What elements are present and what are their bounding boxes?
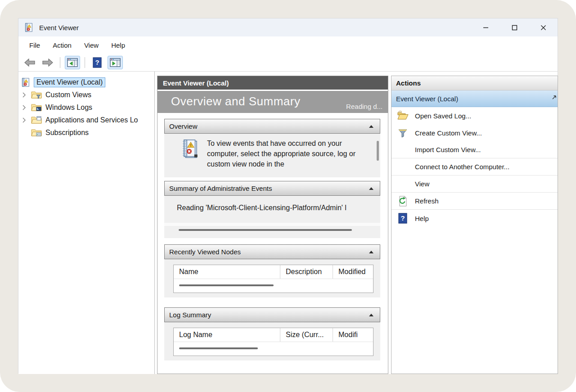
collapse-icon xyxy=(369,187,374,190)
tree-item-label: Windows Logs xyxy=(45,104,92,112)
column-header-description[interactable]: Description xyxy=(280,265,333,279)
collapse-button[interactable] xyxy=(367,122,375,131)
tree-item-windows-logs[interactable]: Windows Logs xyxy=(18,101,154,114)
folder-subscriptions-icon xyxy=(31,128,42,138)
action-create-custom-view[interactable]: Create Custom View... xyxy=(392,124,558,141)
collapse-button[interactable] xyxy=(367,311,375,319)
menu-bar: File Action View Help xyxy=(18,36,558,54)
action-help[interactable]: ? Help xyxy=(392,210,558,227)
results-pane-title: Event Viewer (Local) xyxy=(158,76,388,90)
chevron-right-icon[interactable] xyxy=(22,117,28,123)
chevron-right-icon[interactable] xyxy=(22,104,28,111)
show-console-tree-button[interactable] xyxy=(65,56,80,69)
main-content: Event Viewer (Local) Custom Views xyxy=(18,72,558,374)
collapse-group-icon[interactable] xyxy=(552,95,557,100)
back-button[interactable] xyxy=(22,56,37,69)
column-header-log-name[interactable]: Log Name xyxy=(174,328,280,342)
actions-pane: Actions Event Viewer (Local) xyxy=(391,76,558,374)
help-button[interactable]: ? xyxy=(90,56,105,69)
section-title: Log Summary xyxy=(169,311,211,319)
collapse-button[interactable] xyxy=(367,185,375,193)
console-tree-pane: Event Viewer (Local) Custom Views xyxy=(18,72,155,374)
log-summary-table: Log Name Size (Curr... Modifi xyxy=(173,328,374,356)
recent-nodes-section-body: Name Description Modified xyxy=(164,259,380,297)
section-header-recent-nodes[interactable]: Recently Viewed Nodes xyxy=(164,244,380,259)
collapse-icon xyxy=(369,125,374,128)
collapse-button[interactable] xyxy=(367,248,375,256)
filter-icon xyxy=(397,127,409,138)
column-header-name[interactable]: Name xyxy=(174,265,280,279)
action-label: Import Custom View... xyxy=(415,146,481,153)
column-header-size[interactable]: Size (Curr... xyxy=(280,328,333,342)
chevron-right-icon[interactable] xyxy=(22,92,28,98)
overview-banner: Overview and Summary Reading d... xyxy=(158,91,388,113)
menu-action[interactable]: Action xyxy=(46,39,78,52)
forward-icon xyxy=(42,59,53,67)
section-title: Overview xyxy=(169,122,198,130)
help-icon: ? xyxy=(93,57,102,68)
overview-text: To view events that have occurred on you… xyxy=(207,138,356,177)
table-header-row: Name Description Modified xyxy=(174,265,373,279)
actions-pane-title: Actions xyxy=(392,76,558,90)
event-viewer-window: Event Viewer File Action View Help xyxy=(18,18,558,374)
menu-file[interactable]: File xyxy=(23,39,46,52)
action-connect-another-computer[interactable]: Connect to Another Computer... xyxy=(392,158,558,176)
summary-loading-text: Reading 'Microsoft-Client-Licensing-Plat… xyxy=(177,204,346,212)
section-header-log-summary[interactable]: Log Summary xyxy=(164,307,380,322)
section-header-overview[interactable]: Overview xyxy=(164,119,380,134)
action-label: Create Custom View... xyxy=(415,129,482,137)
minimize-button[interactable] xyxy=(471,18,500,36)
no-icon xyxy=(397,179,409,189)
maximize-button[interactable] xyxy=(500,18,529,36)
actions-group-event-viewer-local[interactable]: Event Viewer (Local) xyxy=(392,90,558,107)
folder-filter-icon xyxy=(31,90,42,100)
column-header-modified[interactable]: Modifi xyxy=(333,328,373,342)
event-viewer-icon xyxy=(20,77,31,87)
action-refresh[interactable]: Refresh xyxy=(392,193,558,210)
menu-help[interactable]: Help xyxy=(105,39,131,52)
show-action-pane-button[interactable] xyxy=(108,56,123,69)
table-header-row: Log Name Size (Curr... Modifi xyxy=(174,328,373,342)
section-gap xyxy=(164,297,380,307)
action-import-custom-view[interactable]: Import Custom View... xyxy=(392,141,558,158)
toolbar-separator xyxy=(85,57,85,68)
scrollbar-thumb[interactable] xyxy=(377,141,379,161)
section-title: Recently Viewed Nodes xyxy=(169,248,241,256)
forward-button[interactable] xyxy=(40,56,55,69)
actions-group-label: Event Viewer (Local) xyxy=(396,95,458,103)
progress-bar xyxy=(179,229,352,231)
table-body xyxy=(174,279,373,293)
collapse-icon xyxy=(369,251,374,253)
tree-item-subscriptions[interactable]: Subscriptions xyxy=(18,126,154,139)
tree-item-applications-services-logs[interactable]: Applications and Services Lo xyxy=(18,114,154,126)
no-icon xyxy=(397,162,409,172)
action-open-saved-log[interactable]: Open Saved Log... xyxy=(392,107,558,124)
table-body xyxy=(174,342,373,356)
action-view[interactable]: View xyxy=(392,176,558,193)
progress-bar xyxy=(179,347,258,349)
section-header-summary[interactable]: Summary of Administrative Events xyxy=(164,181,380,196)
action-label: Connect to Another Computer... xyxy=(415,163,509,171)
section-title: Summary of Administrative Events xyxy=(169,185,272,192)
results-body: Overview ! xyxy=(158,113,388,360)
refresh-icon xyxy=(397,196,409,207)
page-title: Overview and Summary xyxy=(171,95,300,108)
tree-item-custom-views[interactable]: Custom Views xyxy=(18,89,154,101)
folder-logs-icon xyxy=(31,103,42,113)
tree-item-label: Applications and Services Lo xyxy=(45,116,138,124)
menu-view[interactable]: View xyxy=(78,39,105,52)
no-icon xyxy=(397,144,409,155)
tree-item-event-viewer-local[interactable]: Event Viewer (Local) xyxy=(18,76,154,89)
column-header-modified[interactable]: Modified xyxy=(333,265,373,279)
section-gap xyxy=(164,177,380,181)
svg-text:?: ? xyxy=(400,214,405,222)
overview-section-body: ! To view events that have occurred on y… xyxy=(164,134,380,177)
toolbar: ? xyxy=(18,54,558,72)
toolbar-separator xyxy=(60,57,60,68)
close-button[interactable] xyxy=(529,18,558,36)
tree-item-label: Event Viewer (Local) xyxy=(34,77,105,87)
device-frame: Event Viewer File Action View Help xyxy=(0,0,576,392)
title-bar: Event Viewer xyxy=(18,18,558,36)
section-gap xyxy=(164,238,380,244)
recent-nodes-table: Name Description Modified xyxy=(173,265,374,293)
